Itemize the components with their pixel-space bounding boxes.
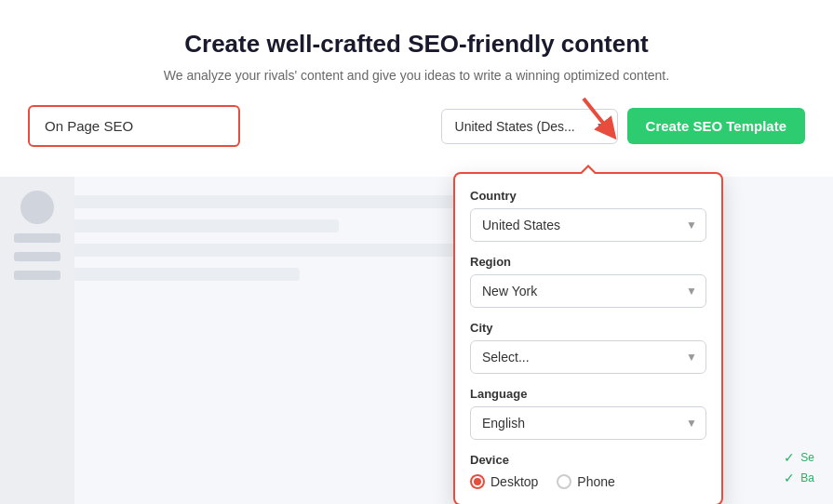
sidebar-item-stub [14, 233, 60, 243]
sidebar-item-stub [14, 252, 60, 261]
toolbar-row: United States (Des... ▼ Create SEO Templ… [0, 105, 833, 147]
region-select-wrapper: New York ▼ [470, 274, 706, 308]
header-area: Create well-crafted SEO-friendly content… [0, 0, 833, 83]
check-icon-2: ✓ [784, 471, 795, 485]
bg-row [28, 195, 494, 208]
stub-check-row-1: ✓ Se [784, 450, 814, 465]
svg-line-1 [584, 99, 610, 131]
country-select-wrapper: United States ▼ [470, 208, 706, 242]
region-select[interactable]: New York [470, 274, 706, 308]
stub-check-row-2: ✓ Ba [784, 471, 814, 485]
language-select-wrapper: English ▼ [470, 406, 706, 440]
region-field-group: Region New York ▼ [470, 255, 706, 308]
city-field-group: City Select... ▼ [470, 321, 706, 374]
phone-label: Phone [577, 474, 614, 489]
stub-text-2: Ba [800, 471, 814, 484]
bottom-right-stub: ✓ Se ✓ Ba [784, 450, 814, 485]
keyword-input-wrapper [28, 105, 240, 147]
check-icon-1: ✓ [784, 450, 795, 465]
sidebar-avatar [20, 191, 54, 224]
desktop-radio-outer [470, 474, 485, 489]
stub-text-1: Se [800, 451, 814, 464]
page-title: Create well-crafted SEO-friendly content [0, 30, 833, 59]
sidebar-stub [0, 177, 74, 504]
page-subtitle: We analyze your rivals' content and give… [0, 68, 833, 83]
region-label: Region [470, 255, 706, 269]
keyword-input[interactable] [32, 109, 236, 143]
country-label: Country [470, 189, 706, 203]
red-arrow-icon [565, 89, 621, 145]
sidebar-item-stub [14, 271, 60, 280]
bg-row [28, 244, 455, 257]
desktop-label: Desktop [490, 474, 538, 489]
phone-radio-outer [557, 474, 571, 489]
device-option-phone[interactable]: Phone [557, 474, 614, 489]
country-field-group: Country United States ▼ [470, 189, 706, 242]
device-field-group: Device Desktop Phone [470, 453, 706, 489]
device-label: Device [470, 453, 706, 467]
location-dropdown-panel: Country United States ▼ Region New York … [453, 172, 723, 504]
city-select[interactable]: Select... [470, 340, 706, 374]
main-container: Create well-crafted SEO-friendly content… [0, 0, 833, 504]
country-select[interactable]: United States [470, 208, 706, 242]
language-label: Language [470, 387, 706, 401]
device-option-desktop[interactable]: Desktop [470, 474, 538, 489]
create-seo-template-button[interactable]: Create SEO Template [627, 108, 805, 144]
language-select[interactable]: English [470, 406, 706, 440]
bg-row [28, 219, 339, 232]
city-label: City [470, 321, 706, 335]
language-field-group: Language English ▼ [470, 387, 706, 440]
device-options: Desktop Phone [470, 474, 706, 489]
desktop-radio-inner [474, 478, 481, 485]
city-select-wrapper: Select... ▼ [470, 340, 706, 374]
